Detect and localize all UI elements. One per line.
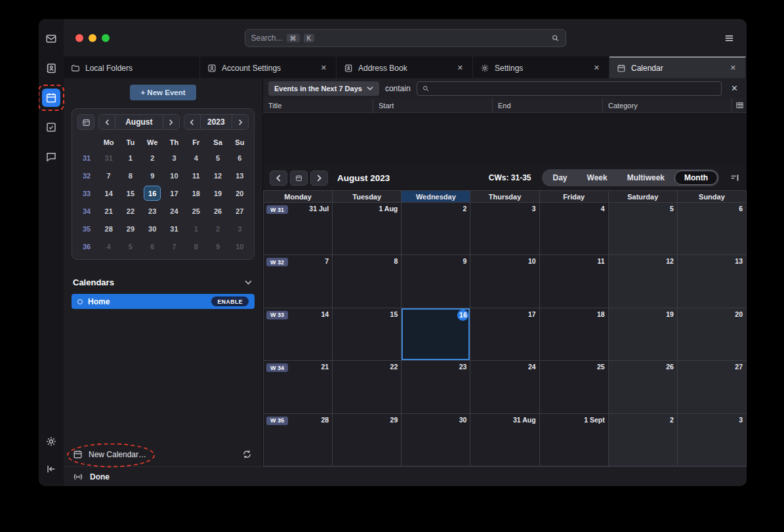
next-year-button[interactable]: [232, 115, 248, 129]
month-day-cell[interactable]: 9: [402, 255, 470, 308]
month-day-cell[interactable]: 4: [540, 203, 609, 255]
mini-day[interactable]: 28: [100, 221, 117, 236]
month-day-cell[interactable]: 12: [609, 255, 678, 308]
enable-badge[interactable]: ENABLE: [211, 297, 249, 306]
global-search-bar[interactable]: Search... ⌘ K: [245, 29, 566, 47]
mini-day[interactable]: 12: [209, 168, 226, 183]
tab-address-book[interactable]: Address Book✕: [337, 56, 473, 78]
tab-close-icon[interactable]: ✕: [319, 62, 329, 73]
month-day-cell[interactable]: W 3314: [264, 308, 333, 361]
view-mode-multiweek[interactable]: Multiweek: [617, 171, 674, 185]
month-day-cell[interactable]: 20: [678, 308, 747, 361]
collapse-spaces-button[interactable]: [42, 460, 60, 478]
space-calendar-button[interactable]: [42, 89, 60, 107]
mini-month-today-button[interactable]: [77, 114, 94, 130]
mini-day[interactable]: 29: [122, 221, 139, 236]
event-filter-dropdown[interactable]: Events in the Next 7 Days: [268, 81, 379, 96]
new-event-button[interactable]: + New Event: [130, 85, 196, 100]
month-day-cell[interactable]: 8: [333, 255, 402, 308]
mini-day[interactable]: 4: [188, 150, 205, 165]
mini-day[interactable]: 15: [122, 186, 139, 201]
mini-day[interactable]: 11: [188, 168, 205, 183]
month-day-cell[interactable]: 13: [678, 255, 747, 308]
month-day-cell[interactable]: 23: [402, 361, 470, 413]
next-month-button[interactable]: [163, 115, 179, 129]
mini-day[interactable]: 8: [188, 239, 205, 254]
month-day-cell[interactable]: 3: [678, 414, 747, 466]
mini-day[interactable]: 21: [100, 203, 117, 218]
mini-day[interactable]: 4: [100, 239, 117, 254]
mini-day[interactable]: 5: [122, 239, 139, 254]
mini-day[interactable]: 1: [122, 150, 139, 165]
month-day-cell[interactable]: 3: [470, 203, 539, 255]
mini-day[interactable]: 3: [231, 221, 248, 236]
column-picker-button[interactable]: [732, 98, 747, 112]
tab-close-icon[interactable]: ✕: [728, 62, 738, 73]
view-mode-week[interactable]: Week: [577, 171, 617, 185]
mini-day[interactable]: 5: [209, 150, 226, 165]
month-day-cell[interactable]: 2: [402, 203, 470, 255]
month-day-cell[interactable]: 17: [470, 308, 539, 361]
mini-day[interactable]: 10: [231, 239, 248, 254]
month-day-cell[interactable]: 10: [470, 255, 539, 308]
app-menu-button[interactable]: [724, 32, 735, 43]
mini-day[interactable]: 7: [100, 168, 117, 183]
mini-day[interactable]: 23: [144, 203, 161, 218]
mini-day[interactable]: 2: [144, 150, 161, 165]
mini-day[interactable]: 24: [165, 203, 182, 218]
close-filter-button[interactable]: ✕: [728, 83, 741, 93]
tab-close-icon[interactable]: ✕: [592, 62, 602, 73]
space-tasks-button[interactable]: [42, 118, 60, 136]
prev-year-button[interactable]: [184, 115, 200, 129]
mini-day[interactable]: 10: [165, 168, 182, 183]
mini-day[interactable]: 9: [144, 168, 161, 183]
mini-day[interactable]: 31: [165, 221, 182, 236]
month-day-cell[interactable]: 15: [333, 308, 402, 361]
mini-day[interactable]: 8: [122, 168, 139, 183]
month-day-cell[interactable]: 2: [609, 414, 678, 466]
tab-calendar[interactable]: Calendar✕: [609, 56, 746, 78]
mini-day[interactable]: 3: [165, 150, 182, 165]
month-day-cell[interactable]: W 3421: [264, 361, 333, 413]
mini-day[interactable]: 1: [188, 221, 205, 236]
mini-day[interactable]: 27: [231, 203, 248, 218]
close-window-button[interactable]: [75, 34, 83, 42]
tab-close-icon[interactable]: ✕: [455, 62, 465, 73]
mini-day[interactable]: 6: [231, 150, 248, 165]
mini-day[interactable]: 30: [144, 221, 161, 236]
month-day-cell[interactable]: 1 Sept: [540, 414, 609, 466]
mini-day[interactable]: 18: [188, 186, 205, 201]
month-day-cell[interactable]: 30: [402, 414, 470, 466]
prev-month-button[interactable]: [99, 115, 115, 129]
mini-day[interactable]: 6: [144, 239, 161, 254]
month-day-cell[interactable]: 26: [609, 361, 678, 413]
view-mode-month[interactable]: Month: [674, 171, 718, 185]
month-day-cell[interactable]: 5: [609, 203, 678, 255]
events-list[interactable]: [263, 113, 747, 165]
mini-day[interactable]: 14: [100, 186, 117, 201]
tab-local-folders[interactable]: Local Folders: [64, 56, 200, 78]
tab-account-settings[interactable]: Account Settings✕: [200, 56, 337, 78]
mini-day[interactable]: 31: [100, 150, 117, 165]
next-period-button[interactable]: [310, 171, 328, 186]
mini-day[interactable]: 25: [188, 203, 205, 218]
mini-day[interactable]: 26: [209, 203, 226, 218]
month-day-cell[interactable]: 31 Aug: [470, 414, 539, 466]
month-day-cell[interactable]: W 3528: [264, 414, 333, 466]
mini-day[interactable]: 2: [209, 221, 226, 236]
events-column-header-category[interactable]: Category: [603, 98, 732, 112]
month-day-cell[interactable]: W 3131 Jul: [264, 203, 333, 255]
events-column-header-end[interactable]: End: [493, 98, 603, 112]
month-day-cell[interactable]: 27: [678, 361, 747, 413]
space-chat-button[interactable]: [42, 148, 60, 166]
zoom-window-button[interactable]: [102, 34, 110, 42]
mini-day[interactable]: 17: [165, 186, 182, 201]
new-calendar-button[interactable]: New Calendar…: [73, 449, 146, 459]
rotate-view-button[interactable]: [730, 173, 740, 183]
space-mail-button[interactable]: [42, 30, 60, 48]
month-day-cell[interactable]: 1 Aug: [333, 203, 402, 255]
events-column-header-title[interactable]: Title: [263, 98, 373, 112]
space-settings-button[interactable]: [42, 432, 60, 451]
calendar-list-item-home[interactable]: HomeENABLE: [72, 294, 255, 309]
sync-calendars-button[interactable]: [242, 449, 252, 459]
